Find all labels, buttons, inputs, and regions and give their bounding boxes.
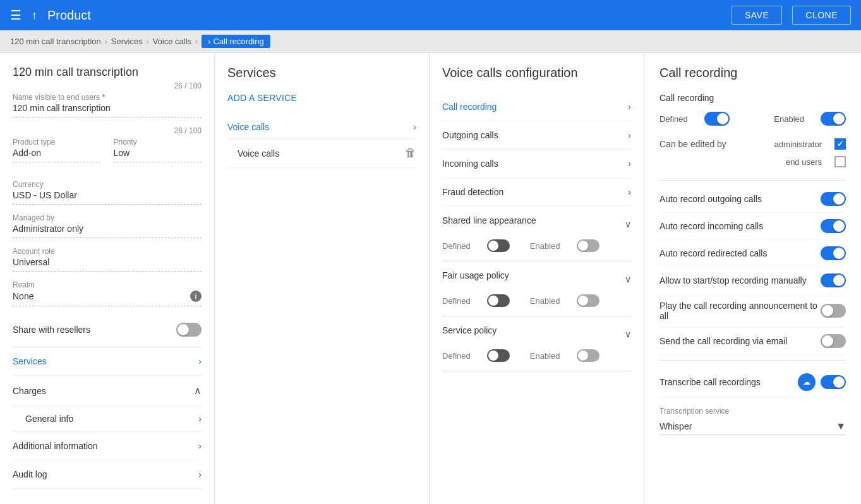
auto-rec-toggle-5[interactable]	[821, 334, 846, 348]
config-nav-incoming-chevron-icon: ›	[628, 159, 631, 169]
fair-usage-collapse-icon[interactable]: ∨	[625, 274, 631, 284]
auto-rec-toggle-2[interactable]	[821, 246, 846, 260]
share-resellers-row: Share with resellers	[13, 315, 202, 344]
auto-rec-row-1: Auto record incoming calls	[659, 213, 846, 240]
config-nav-outgoing[interactable]: Outgoing calls ›	[442, 121, 631, 150]
voice-calls-group-chevron-icon: ›	[413, 122, 416, 132]
additional-info-label: Additional information	[13, 441, 98, 451]
info-icon[interactable]: i	[190, 291, 202, 302]
type-priority-row: Product type Add-on Priority Low	[13, 138, 202, 171]
can-be-edited-label: Can be edited by	[659, 139, 762, 149]
service-policy-collapse-icon[interactable]: ∨	[625, 329, 631, 339]
transcription-service-select[interactable]: Whisper ▼	[659, 418, 846, 435]
auto-rec-toggle-3[interactable]	[821, 273, 846, 287]
transcription-service-section: Transcription service Whisper ▼	[659, 407, 846, 435]
end-users-checkbox[interactable]	[834, 156, 846, 167]
realm-label: Realm	[13, 280, 202, 289]
config-nav-fraud[interactable]: Fraud detection ›	[442, 178, 631, 207]
end-users-label: end users	[786, 157, 822, 167]
main-layout: 120 min call transcription 26 / 100 Name…	[0, 53, 861, 504]
services-panel: Services ADD A SERVICE Voice calls › Voi…	[215, 53, 430, 504]
product-type-label: Product type	[13, 138, 101, 147]
transcription-service-arrow-icon: ▼	[836, 421, 846, 432]
service-policy-defined-toggle[interactable]	[487, 349, 510, 362]
add-service-button[interactable]: ADD A SERVICE	[227, 93, 297, 103]
realm-row: None i	[13, 291, 202, 306]
nav-audit-log[interactable]: Audit log ›	[13, 460, 202, 489]
auto-rec-toggle-1[interactable]	[821, 219, 846, 233]
account-role-value[interactable]: Universal	[13, 257, 202, 272]
auto-rec-toggle-4[interactable]	[821, 304, 846, 318]
breadcrumb-sep-2: ›	[147, 37, 149, 46]
nav-charges[interactable]: Charges ∧	[13, 376, 202, 406]
breadcrumb-item-2[interactable]: Services	[111, 37, 143, 46]
fair-usage-defined-toggle[interactable]	[487, 294, 510, 307]
auto-record-rows: Auto record outgoing calls Auto record i…	[659, 186, 846, 355]
account-role-label: Account role	[13, 247, 202, 256]
divider-2	[659, 360, 846, 361]
shared-line-section: Shared line appearance ∨ Defined Enabled	[442, 207, 631, 261]
auto-rec-slider-1	[821, 219, 846, 233]
enabled-toggle[interactable]	[821, 112, 846, 126]
config-nav-fraud-label: Fraud detection	[442, 187, 503, 197]
fair-usage-enabled-toggle[interactable]	[577, 294, 599, 307]
administrator-label: administrator	[774, 140, 822, 149]
shared-line-de-row: Defined Enabled	[442, 239, 631, 252]
config-panel-title: Voice calls configuration	[442, 66, 631, 80]
breadcrumb-item-1[interactable]: 120 min call transcription	[10, 37, 101, 46]
general-info-label: General info	[25, 414, 73, 424]
delete-icon[interactable]: 🗑	[405, 147, 416, 160]
shared-line-enabled-toggle[interactable]	[577, 239, 599, 252]
auto-rec-row-2: Auto record redirected calls	[659, 240, 846, 267]
config-nav-call-recording[interactable]: Call recording ›	[442, 93, 631, 121]
name-visible-value[interactable]: 120 min call transcription	[13, 103, 202, 117]
realm-value[interactable]: None	[13, 291, 33, 301]
currency-label: Currency	[13, 180, 202, 189]
up-icon[interactable]: ↑	[32, 9, 37, 22]
recording-panel-title: Call recording	[659, 66, 846, 80]
auto-rec-toggle-0[interactable]	[821, 192, 846, 206]
service-policy-enabled-toggle[interactable]	[577, 349, 599, 362]
service-policy-de-row: Defined Enabled	[442, 349, 631, 362]
recording-section-title: Call recording	[659, 93, 846, 103]
nav-general-info[interactable]: General info ›	[13, 406, 202, 432]
nav-services[interactable]: Services ›	[13, 347, 202, 376]
fair-usage-title: Fair usage policy	[442, 270, 509, 280]
voice-calls-item[interactable]: Voice calls 🗑	[227, 139, 416, 168]
clone-button[interactable]: CLONE	[792, 6, 851, 25]
shared-line-enabled-slider	[577, 239, 599, 252]
service-policy-title: Service policy	[442, 325, 497, 335]
product-name-char-count: 26 / 100	[13, 81, 202, 90]
voice-calls-group[interactable]: Voice calls ›	[227, 116, 416, 139]
priority-col: Priority Low	[114, 138, 202, 171]
config-nav-outgoing-label: Outgoing calls	[442, 130, 498, 140]
shared-line-collapse-icon[interactable]: ∨	[625, 219, 631, 229]
transcribe-toggle[interactable]	[821, 375, 846, 389]
administrator-checkbox[interactable]: ✓	[834, 138, 846, 150]
breadcrumb-item-3[interactable]: Voice calls	[153, 37, 191, 46]
services-label: Services	[13, 356, 47, 366]
audit-log-chevron-icon: ›	[198, 469, 202, 479]
menu-icon[interactable]: ☰	[10, 8, 21, 23]
nav-additional-info[interactable]: Additional information ›	[13, 432, 202, 460]
shared-line-defined-toggle[interactable]	[487, 239, 510, 252]
share-resellers-toggle[interactable]	[176, 323, 202, 337]
priority-label: Priority	[114, 138, 202, 147]
save-button[interactable]: SAVE	[732, 6, 782, 25]
defined-toggle[interactable]	[704, 112, 730, 126]
auto-rec-slider-3	[821, 273, 846, 287]
config-nav-incoming[interactable]: Incoming calls ›	[442, 150, 631, 178]
enabled-slider	[821, 112, 846, 126]
breadcrumb-item-4[interactable]: › Call recording	[202, 35, 270, 48]
service-policy-defined-label: Defined	[442, 351, 471, 361]
nav-section: Services › Charges ∧ General info › Addi…	[13, 347, 202, 489]
priority-value[interactable]: Low	[114, 148, 202, 162]
service-policy-enabled-label: Enabled	[530, 351, 560, 361]
name-visible-label: Name visible to end users *	[13, 93, 202, 102]
recording-panel: Call recording Call recording Defined En…	[644, 53, 861, 504]
product-type-value[interactable]: Add-on	[13, 148, 101, 162]
shared-line-enabled-label: Enabled	[530, 241, 560, 251]
managed-by-value[interactable]: Administrator only	[13, 224, 202, 238]
transcribe-label: Transcribe call recordings	[659, 377, 798, 387]
currency-value[interactable]: USD - US Dollar	[13, 190, 202, 205]
